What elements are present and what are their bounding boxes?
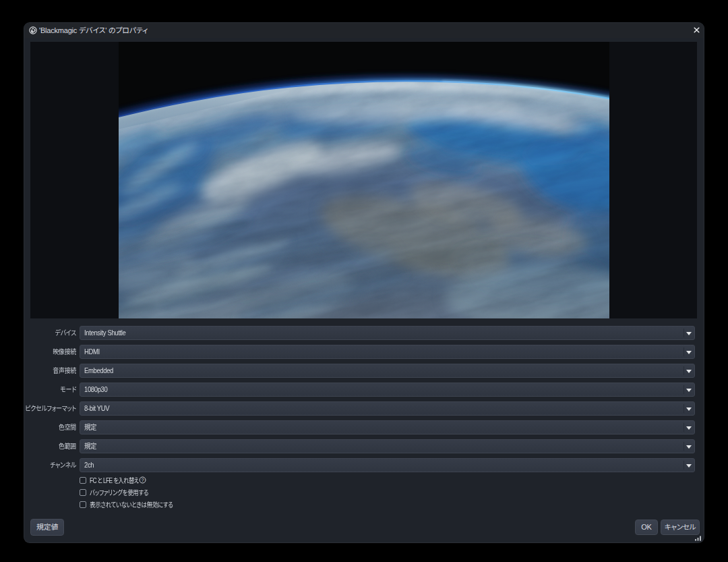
- svg-text:?: ?: [141, 477, 144, 483]
